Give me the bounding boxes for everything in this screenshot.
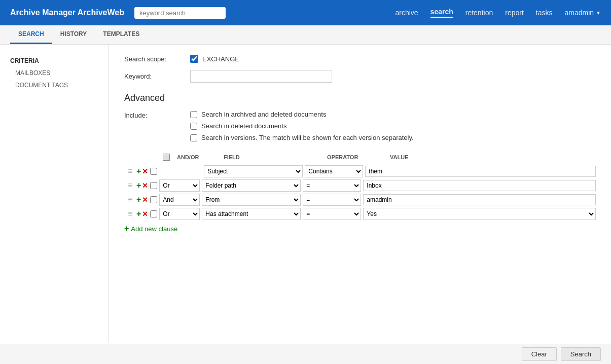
search-scope-row: Search scope: EXCHANGE: [124, 55, 596, 63]
checkbox-deleted: Search in deleted documents: [190, 122, 414, 130]
add-clause-row-2[interactable]: +: [136, 195, 141, 204]
sidebar: CRITERIA MAILBOXES DOCUMENT TAGS: [0, 45, 109, 342]
checkbox-deleted-label: Search in deleted documents: [201, 122, 286, 130]
clause-check-0[interactable]: [150, 168, 157, 175]
nav-report[interactable]: report: [505, 9, 524, 17]
operator-select-2[interactable]: = != Contains starts with ends with: [303, 194, 361, 206]
andor-select-3[interactable]: Or And: [159, 208, 200, 220]
header-search-area: [134, 7, 226, 19]
checkbox-archived-deleted-input[interactable]: [190, 111, 197, 118]
plus-icon: +: [124, 224, 129, 233]
checkbox-versions: Search in versions. The match will be sh…: [190, 134, 414, 141]
sub-nav: SEARCH HISTORY TEMPLATES: [0, 25, 611, 45]
content-area: Search scope: EXCHANGE Keyword: Advanced…: [109, 45, 611, 342]
sidebar-item-criteria[interactable]: CRITERIA: [10, 55, 103, 67]
advanced-title: Advanced: [124, 93, 596, 103]
add-clause-row-3[interactable]: +: [136, 209, 141, 219]
include-label: Include:: [124, 111, 190, 119]
exchange-label: EXCHANGE: [202, 55, 239, 63]
col-header-value: VALUE: [390, 154, 596, 160]
keyword-row: Keyword:: [124, 70, 596, 83]
tab-history[interactable]: HISTORY: [52, 25, 95, 44]
andor-select-2[interactable]: Or And: [159, 194, 200, 206]
operator-select-3[interactable]: = !=: [303, 208, 361, 220]
checkbox-versions-input[interactable]: [190, 134, 197, 141]
remove-clause-row-1[interactable]: ✕: [142, 181, 148, 190]
checkbox-archived-deleted-label: Search in archived and deleted documents: [201, 111, 326, 118]
col-header-operator: OPERATOR: [327, 154, 388, 160]
tab-templates[interactable]: TEMPLATES: [95, 25, 148, 44]
include-row: Include: Search in archived and deleted …: [124, 111, 596, 141]
search-scope-controls: EXCHANGE: [190, 55, 239, 63]
nav-search[interactable]: search: [430, 8, 453, 18]
drag-handle-3[interactable]: ≡: [124, 209, 136, 219]
col-header-field: FIELD: [224, 154, 325, 160]
exchange-checkbox[interactable]: [190, 55, 198, 63]
clause-row-1: ≡ + ✕ Or And Subject Folder path From Ha…: [124, 179, 596, 192]
header-nav: archive search retention report tasks am…: [395, 8, 601, 18]
sidebar-item-document-tags[interactable]: DOCUMENT TAGS: [10, 79, 103, 91]
drag-handle-0[interactable]: ≡: [124, 167, 136, 176]
tab-search[interactable]: SEARCH: [10, 25, 52, 44]
value-input-0[interactable]: [365, 166, 596, 177]
remove-clause-row-3[interactable]: ✕: [142, 210, 148, 218]
drag-handle-1[interactable]: ≡: [124, 181, 136, 190]
clause-row-2: ≡ + ✕ Or And Subject Folder path From Ha…: [124, 194, 596, 206]
operator-select-1[interactable]: = != Contains starts with ends with: [303, 179, 361, 192]
checkbox-versions-label: Search in versions. The match will be sh…: [201, 134, 414, 141]
field-select-3[interactable]: Subject Folder path From Has attachment …: [202, 208, 301, 220]
clause-check-3[interactable]: [150, 210, 157, 217]
field-select-0[interactable]: Subject Folder path From Has attachment …: [204, 165, 303, 177]
checkbox-archived-deleted: Search in archived and deleted documents: [190, 111, 414, 118]
app-title: Archive Manager ArchiveWeb: [10, 8, 124, 17]
field-select-2[interactable]: Subject Folder path From Has attachment …: [202, 194, 301, 206]
value-input-2[interactable]: [363, 194, 596, 205]
col-header-andor: AND/OR: [177, 154, 222, 160]
search-scope-label: Search scope:: [124, 55, 190, 63]
field-select-1[interactable]: Subject Folder path From Has attachment …: [202, 179, 301, 192]
nav-tasks[interactable]: tasks: [536, 9, 553, 17]
value-select-3[interactable]: Yes No: [363, 208, 596, 220]
nav-amadmin[interactable]: amadmin ▼: [565, 9, 601, 17]
andor-select-1[interactable]: Or And: [159, 179, 200, 192]
clause-section: AND/OR FIELD OPERATOR VALUE ≡ + ✕ Subjec…: [124, 152, 596, 233]
header: Archive Manager ArchiveWeb archive searc…: [0, 0, 611, 25]
include-checkboxes: Search in archived and deleted documents…: [190, 111, 414, 141]
keyword-input[interactable]: [190, 70, 332, 83]
keyword-search-input[interactable]: [134, 7, 226, 19]
nav-archive[interactable]: archive: [395, 9, 418, 17]
clause-check-1[interactable]: [150, 182, 157, 189]
main-layout: CRITERIA MAILBOXES DOCUMENT TAGS Search …: [0, 45, 611, 342]
operator-select-0[interactable]: Contains = != starts with ends with: [305, 165, 363, 177]
checkbox-deleted-input[interactable]: [190, 123, 197, 130]
add-clause-row-1[interactable]: +: [136, 181, 141, 190]
sidebar-item-mailboxes[interactable]: MAILBOXES: [10, 67, 103, 79]
drag-handle-2[interactable]: ≡: [124, 195, 136, 204]
value-input-1[interactable]: [363, 180, 596, 191]
nav-retention[interactable]: retention: [465, 9, 493, 17]
add-new-clause-button[interactable]: + Add new clause: [124, 224, 177, 233]
remove-clause-row-2[interactable]: ✕: [142, 196, 148, 204]
add-clause-row-0[interactable]: +: [136, 167, 141, 176]
clause-row-0: ≡ + ✕ Subject Folder path From Has attac…: [124, 165, 596, 177]
clause-row-3: ≡ + ✕ Or And Subject Folder path From Ha…: [124, 208, 596, 220]
keyword-label: Keyword:: [124, 72, 190, 80]
remove-clause-row-0[interactable]: ✕: [142, 167, 148, 175]
clause-check-2[interactable]: [150, 196, 157, 203]
add-clause-label: Add new clause: [131, 225, 177, 233]
chevron-down-icon: ▼: [596, 10, 601, 16]
